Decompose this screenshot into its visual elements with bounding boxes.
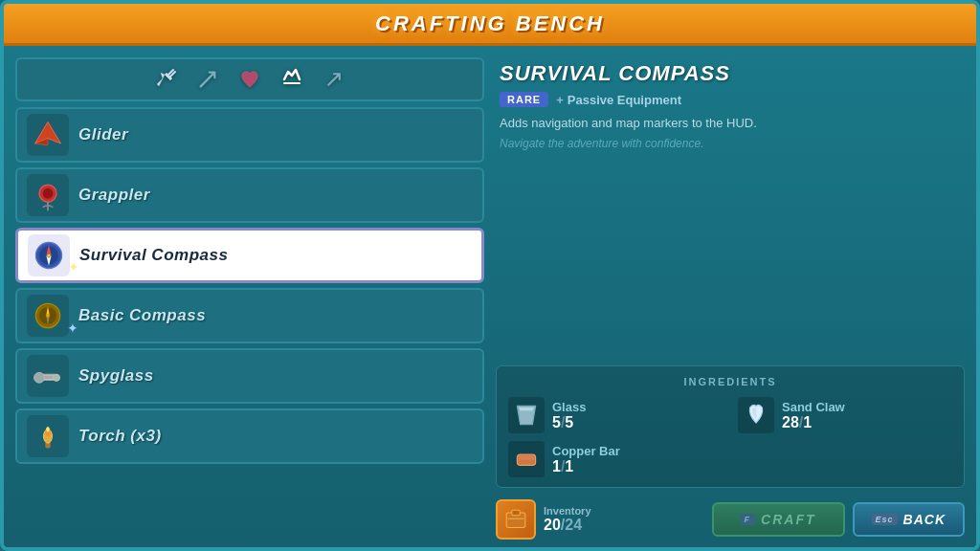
ingredient-sand-claw: Sand Claw 28/1 (738, 397, 952, 433)
copper-bar-count: 1/1 (552, 458, 620, 475)
survival-compass-icon-box (28, 234, 70, 276)
header-bar: CRAFTING BENCH (4, 4, 976, 46)
ingredients-label: INGREDIENTS (508, 376, 952, 387)
rarity-badge: RARE (500, 92, 548, 107)
svg-rect-30 (508, 518, 524, 519)
basic-compass-icon-box (27, 295, 69, 337)
copper-bar-info: Copper Bar 1/1 (552, 444, 620, 475)
svg-point-4 (43, 188, 54, 199)
badges-row: RARE + Passive Equipment (500, 92, 961, 107)
crafting-bench-window: CRAFTING BENCH (0, 0, 980, 551)
svg-rect-27 (519, 456, 534, 460)
inventory-current: 20 (544, 517, 561, 533)
glass-icon (508, 397, 545, 433)
inventory-icon (496, 499, 536, 540)
svg-point-18 (34, 372, 45, 383)
inventory-text: Inventory 20/24 (544, 505, 591, 534)
left-panel: Glider Grappler (15, 57, 484, 543)
back-label: BACK (903, 512, 946, 527)
glass-info: Glass 5/5 (552, 400, 586, 431)
ingredient-copper-bar: Copper Bar 1/1 (508, 441, 723, 477)
sand-claw-info: Sand Claw 28/1 (782, 400, 845, 431)
sand-claw-name: Sand Claw (782, 400, 845, 414)
sparkle-icon: ✦ (68, 259, 79, 275)
type-label: Passive Equipment (568, 93, 681, 107)
ingredients-grid: Glass 5/5 (508, 397, 952, 477)
content-area: Glider Grappler (4, 46, 976, 551)
item-torch[interactable]: Torch (x3) (15, 408, 484, 464)
item-grappler[interactable]: Grappler (15, 167, 484, 223)
svg-point-15 (46, 314, 50, 318)
category-arrows[interactable] (320, 65, 348, 94)
sand-claw-count: 28/1 (782, 414, 845, 431)
item-detail-header: SURVIVAL COMPASS RARE + Passive Equipmen… (496, 61, 965, 152)
grappler-name: Grappler (78, 186, 150, 205)
svg-rect-29 (512, 510, 520, 516)
action-buttons: F CRAFT Esc BACK (712, 502, 965, 537)
craft-key-badge: F (741, 514, 756, 525)
torch-name: Torch (x3) (78, 427, 162, 446)
right-panel: SURVIVAL COMPASS RARE + Passive Equipmen… (496, 57, 965, 543)
craft-button[interactable]: F CRAFT (712, 502, 845, 537)
category-tools[interactable] (151, 65, 180, 94)
category-health[interactable] (235, 65, 264, 94)
inventory-section: Inventory 20/24 (496, 499, 591, 540)
item-list: Glider Grappler (15, 107, 484, 543)
glider-name: Glider (78, 125, 128, 144)
craft-label: CRAFT (761, 512, 815, 527)
sand-claw-icon (738, 397, 774, 433)
svg-point-10 (47, 253, 51, 257)
category-equipment[interactable] (278, 65, 306, 94)
inventory-max: 24 (565, 517, 582, 533)
detail-description: Adds navigation and map markers to the H… (500, 115, 961, 132)
detail-flavor: Navigate the adventure with confidence. (500, 136, 961, 152)
spyglass-icon-box (27, 355, 69, 397)
glass-count: 5/5 (552, 414, 586, 431)
header-title: CRAFTING BENCH (375, 11, 605, 36)
ingredients-section: INGREDIENTS Glass 5/5 (496, 365, 965, 488)
inventory-label: Inventory (544, 505, 591, 517)
copper-bar-icon (508, 441, 545, 477)
spyglass-name: Spyglass (78, 366, 154, 386)
basic-compass-sparkle: ✦ (67, 320, 78, 336)
category-bar (15, 57, 484, 101)
grappler-icon-box (27, 174, 69, 216)
back-key-badge: Esc (872, 514, 898, 525)
ingredient-glass: Glass 5/5 (508, 397, 723, 433)
glider-icon-box (27, 114, 69, 156)
torch-icon-box (27, 415, 69, 457)
item-spyglass[interactable]: Spyglass (15, 348, 484, 404)
svg-point-19 (53, 374, 59, 381)
detail-title: SURVIVAL COMPASS (500, 61, 961, 86)
glass-name: Glass (552, 400, 586, 414)
svg-marker-25 (519, 408, 534, 410)
type-badge: + Passive Equipment (556, 93, 681, 107)
item-glider[interactable]: Glider (15, 107, 484, 163)
svg-point-23 (46, 427, 50, 431)
bottom-bar: Inventory 20/24 F CRAFT Esc BACK (496, 499, 965, 540)
item-survival-compass[interactable]: Survival Compass ✦ (15, 228, 484, 283)
category-weapons[interactable] (193, 65, 222, 94)
inventory-count: 20/24 (544, 517, 591, 534)
copper-bar-name: Copper Bar (552, 444, 620, 458)
item-basic-compass[interactable]: Basic Compass ✦ (15, 288, 484, 343)
survival-compass-name: Survival Compass (79, 246, 228, 265)
back-button[interactable]: Esc BACK (853, 502, 965, 537)
basic-compass-name: Basic Compass (78, 306, 206, 325)
plus-icon: + (556, 93, 564, 107)
